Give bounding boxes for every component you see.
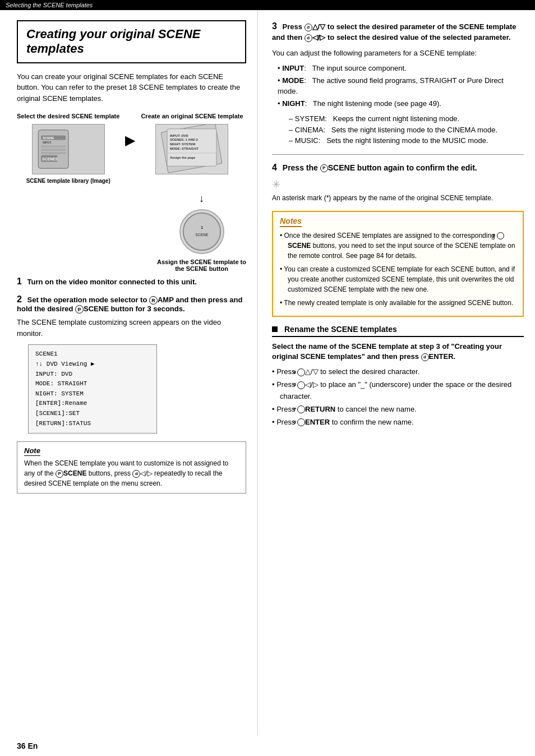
svg-rect-6 — [41, 152, 66, 154]
param-key-input: INPUT — [282, 64, 304, 72]
svg-point-17 — [183, 213, 220, 251]
notes-item-1: • Once the desired SCENE templates are a… — [280, 231, 516, 261]
svg-text:INPUT: DVD: INPUT: DVD — [170, 134, 188, 137]
arrow-right-icon: ▶ — [125, 132, 135, 148]
arrow-down-icon: ↓ — [199, 193, 204, 205]
svg-text:Assign the page: Assign the page — [170, 156, 196, 159]
page-number: 36 En — [0, 736, 535, 756]
assign-image: 1 SCENE — [179, 209, 224, 254]
monitor-line8: [SCENE1]:SET — [35, 409, 150, 419]
monitor-line9: [RETURN]:STATUS — [35, 419, 150, 429]
notes-label: Notes — [280, 216, 302, 227]
diagram-label2: Create an original SCENE template — [141, 113, 243, 119]
assign-box: ↓ 1 SCENE Assign the SCENE template to t… — [157, 193, 246, 272]
step4-header: 4 Press the PSCENE button again to confi… — [272, 162, 524, 174]
monitor-line2: ↑↓ DVD Viewing ▶ — [35, 359, 150, 370]
param-list: • INPUT: The input source component. • M… — [278, 63, 524, 109]
param-val-mode: The active sound field programs, STRAIGH… — [278, 76, 504, 96]
asterisk-note: An asterisk mark (*) appears by the name… — [272, 193, 524, 203]
param-val-night: The night listening mode (see page 49). — [313, 99, 441, 108]
step2-header: 2 Set the operation mode selector to RAM… — [17, 294, 246, 314]
note-label-left: Note — [24, 446, 40, 456]
diagram-label1: Select the desired SCENE template — [17, 113, 119, 119]
step2-num: 2 — [17, 294, 22, 304]
sub-system: – SYSTEM: Keeps the current night listen… — [289, 113, 524, 125]
main-content: Creating your original SCENE templates Y… — [0, 10, 535, 736]
step1-header: 1 Turn on the video monitor connected to… — [17, 276, 246, 287]
monitor-line6: NIGHT: SYSTEM — [35, 389, 150, 399]
step4-heading: Press the PSCENE button again to confirm… — [283, 163, 477, 172]
svg-text:MODE: STRAIGHT: MODE: STRAIGHT — [170, 147, 199, 150]
step4-section: 4 Press the PSCENE button again to confi… — [272, 162, 524, 203]
param-mode: • MODE: The active sound field programs,… — [278, 75, 524, 97]
monitor-line3: INPUT: DVD — [35, 370, 150, 380]
assign-svg: 1 SCENE — [181, 210, 223, 253]
svg-text:SCENE: SCENE — [43, 137, 54, 140]
template-create-image: INPUT: DVD SCENES: 1 AND 2 NIGHT: SYSTEM… — [155, 124, 228, 174]
step3-num: 3 — [272, 21, 277, 31]
svg-rect-4 — [41, 145, 66, 147]
scene-library-svg: SCENE INPUT: SCENES — [33, 125, 104, 174]
sub-list: – SYSTEM: Keeps the current night listen… — [289, 113, 524, 146]
svg-text:SCENES: 1 AND 2: SCENES: 1 AND 2 — [170, 139, 199, 142]
svg-text:SCENES: SCENES — [42, 157, 58, 161]
rename-bullet-2: • Press d◁/▷ to place an "_" (underscore… — [272, 379, 524, 403]
monitor-line7: [ENTER]:Rename — [35, 399, 150, 409]
diagram-bottom: ↓ 1 SCENE Assign the SCENE template to t… — [17, 193, 246, 272]
note-text-left: When the SCENE template you want to cust… — [24, 458, 239, 488]
step1-text: Turn on the video monitor connected to t… — [27, 278, 197, 286]
right-column: 3 Press d△/▽ to select the desired param… — [258, 10, 535, 736]
notes-item-3: • The newly created template is only ava… — [280, 298, 516, 308]
rename-section: Rename the SCENE templates Select the na… — [272, 325, 524, 428]
left-column: Creating your original SCENE templates Y… — [0, 10, 258, 736]
step3-header: 3 Press d△/▽ to select the desired param… — [272, 20, 524, 43]
monitor-line1: SCENE1 — [35, 349, 150, 359]
title-box: Creating your original SCENE templates — [17, 20, 246, 63]
intro-text: You can create your original SCENE templ… — [17, 71, 246, 104]
page: Selecting the SCENE templates Creating y… — [0, 0, 535, 756]
rename-subheader: Select the name of the SCENE template at… — [272, 342, 524, 362]
step3-section: 3 Press d△/▽ to select the desired param… — [272, 20, 524, 146]
top-bar: Selecting the SCENE templates — [0, 0, 535, 10]
step4-num: 4 — [272, 163, 277, 172]
divider1 — [272, 154, 524, 155]
template-create-svg: INPUT: DVD SCENES: 1 AND 2 NIGHT: SYSTEM… — [156, 125, 228, 174]
svg-text:SCENE: SCENE — [195, 233, 208, 237]
svg-text:NIGHT: SYSTEM: NIGHT: SYSTEM — [170, 142, 195, 146]
notes-section: Notes • Once the desired SCENE templates… — [272, 211, 524, 317]
param-val-input: The input source component. — [312, 64, 406, 72]
rename-heading: Rename the SCENE templates — [284, 325, 397, 334]
step2-body: The SCENE template customizing screen ap… — [17, 317, 246, 339]
step2-section: 2 Set the operation mode selector to RAM… — [17, 294, 246, 434]
monitor-box: SCENE1 ↑↓ DVD Viewing ▶ INPUT: DVD MODE:… — [28, 344, 157, 434]
sub-music: – MUSIC: Sets the night listening mode t… — [289, 135, 524, 146]
step3-heading: Press d△/▽ to select the desired paramet… — [272, 22, 516, 42]
top-bar-label: Selecting the SCENE templates — [6, 2, 93, 8]
diagram-create-template: Create an original SCENE template INPUT:… — [141, 113, 243, 177]
note-box-left: Note When the SCENE template you want to… — [17, 441, 246, 494]
scene-library-image: SCENE INPUT: SCENES — [32, 124, 105, 174]
diagram-area: Select the desired SCENE template SCENE … — [17, 113, 246, 184]
svg-text:INPUT:: INPUT: — [43, 142, 52, 145]
sparkle-icon: ✳ — [272, 178, 524, 191]
svg-rect-5 — [41, 149, 66, 151]
step1-section: 1 Turn on the video monitor connected to… — [17, 276, 246, 287]
param-key-night: NIGHT — [282, 99, 305, 108]
page-title: Creating your original SCENE templates — [26, 27, 237, 57]
step2-heading-part1: Set the operation mode selector to RAMP … — [17, 296, 242, 313]
diagram-label4: Assign the SCENE template to the SCENE b… — [157, 259, 246, 272]
diagram-label3: SCENE template library (Image) — [26, 178, 110, 184]
param-key-mode: MODE — [282, 76, 304, 85]
rename-square-icon — [272, 326, 278, 332]
step3-intro: You can adjust the following parameters … — [272, 48, 524, 59]
monitor-line4: MODE: STRAIGHT — [35, 379, 150, 389]
diagram-scene-library: Select the desired SCENE template SCENE … — [17, 113, 119, 184]
param-input: • INPUT: The input source component. — [278, 63, 524, 74]
rename-bullet-3: • Press PRETURN to cancel the new name. — [272, 404, 524, 416]
rename-bullet-4: • Press dENTER to confirm the new name. — [272, 417, 524, 428]
rename-header: Rename the SCENE templates — [272, 325, 524, 337]
step1-num: 1 — [17, 276, 22, 286]
notes-item-2: • You can create a customized SCENE temp… — [280, 264, 516, 294]
param-night: • NIGHT: The night listening mode (see p… — [278, 98, 524, 109]
sub-cinema: – CINEMA: Sets the night listening mode … — [289, 125, 524, 136]
